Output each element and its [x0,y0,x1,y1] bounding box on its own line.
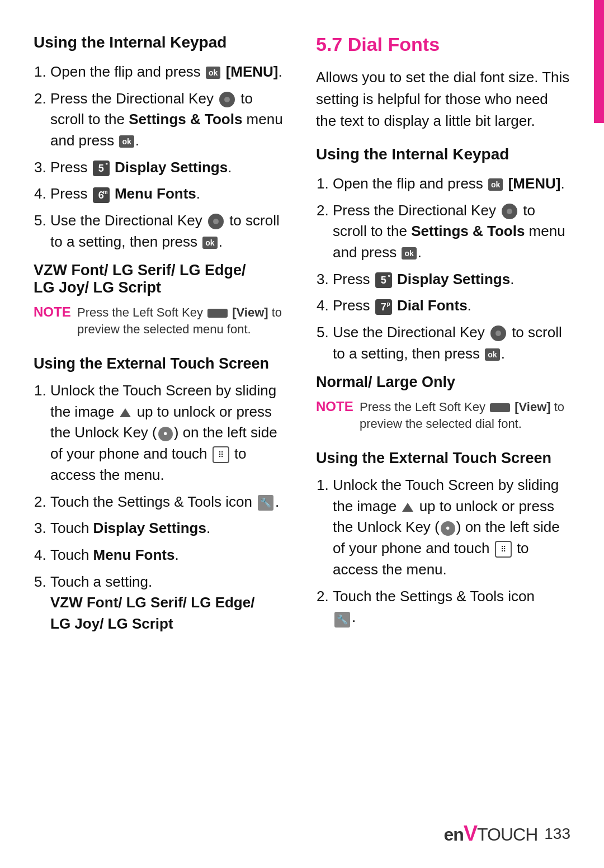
settings-tools-icon [334,612,350,628]
left-external-touch-heading: Using the External Touch Screen [34,355,288,372]
ok-key-icon: ok [119,135,134,148]
list-item: Touch Display Settings. [50,518,288,539]
key-5-icon: 5* [375,272,392,288]
note-block: NOTE Press the Left Soft Key [View] to p… [34,304,288,339]
ok-key-icon: ok [206,67,220,79]
grid-icon: ⠿ [213,446,229,463]
unlock-arrow-icon [402,503,413,512]
left-internal-keypad-steps: Open the flip and press ok [MENU]. Press… [34,62,288,253]
list-item: Touch the Settings & Tools icon . [50,492,288,513]
note-text: Press the Left Soft Key [View] to previe… [77,304,288,339]
directional-key-icon [502,204,517,219]
list-item: Touch Menu Fonts. [50,545,288,566]
directional-key-icon [208,214,224,229]
list-item: Unlock the Touch Screen by sliding the i… [333,475,570,580]
ok-key-icon: ok [402,247,416,260]
ok-key-icon: ok [485,348,499,361]
soft-key-icon [490,403,510,412]
ok-key-icon: ok [488,178,503,191]
brand-en: en [443,824,463,845]
right-external-touch-steps: Unlock the Touch Screen by sliding the i… [316,475,570,628]
brand-name: enVTOUCH [443,822,537,846]
grid-icon: ⠿ [495,541,512,558]
normal-large-subheading: Normal/ Large Only [316,374,570,391]
note-label: NOTE [34,304,73,320]
note-text: Press the Left Soft Key [View] to previe… [360,399,570,433]
list-item: Open the flip and press ok [MENU]. [50,62,288,83]
list-item: Press the Directional Key to scroll to t… [50,88,288,152]
two-column-layout: Using the Internal Keypad Open the flip … [34,34,570,644]
right-note-block: NOTE Press the Left Soft Key [View] to p… [316,399,570,433]
list-item: Use the Directional Key to scroll to a s… [333,322,570,364]
key-5-icon: 5* [93,161,110,176]
ok-key-icon: ok [202,237,217,249]
list-item: Press 5* Display Settings. [333,269,570,290]
list-item: Press 7p Dial Fonts. [333,295,570,317]
note-label: NOTE [316,399,355,414]
right-external-touch-heading: Using the External Touch Screen [316,450,570,467]
brand-v: V [464,822,477,845]
brand-touch: TOUCH [477,824,537,845]
list-item: Open the flip and press ok [MENU]. [333,173,570,195]
directional-key-icon [490,326,506,341]
left-external-touch-steps: Unlock the Touch Screen by sliding the i… [34,380,288,635]
key-6-icon: 6m [93,187,110,203]
soft-key-icon [207,309,228,318]
left-internal-keypad-heading: Using the Internal Keypad [34,34,288,51]
list-item: Use the Directional Key to scroll to a s… [50,210,288,252]
pink-bar [594,0,604,123]
left-column: Using the Internal Keypad Open the flip … [34,34,288,644]
dial-fonts-intro: Allows you to set the dial font size. Th… [316,67,570,132]
page-number: 133 [544,825,570,843]
list-item: Press 6m Menu Fonts. [50,183,288,205]
page-footer: enVTOUCH 133 [443,822,570,846]
key-7-icon: 7p [375,299,392,315]
directional-key-icon [219,92,235,107]
page-container: Using the Internal Keypad Open the flip … [0,0,604,868]
dial-fonts-section-heading: 5.7 Dial Fonts [316,34,570,55]
right-internal-keypad-steps: Open the flip and press ok [MENU]. Press… [316,173,570,365]
unlock-arrow-icon [120,408,131,417]
unlock-key-icon: ● [158,427,173,441]
menu-label: [MENU] [226,63,279,80]
right-internal-keypad-heading: Using the Internal Keypad [316,145,570,163]
list-item: Press 5* Display Settings. [50,157,288,178]
settings-tools-icon [258,495,273,511]
vzw-font-subheading: VZW Font/ LG Serif/ LG Edge/LG Joy/ LG S… [34,262,288,296]
unlock-key-icon: ● [441,521,455,536]
list-item: Press the Directional Key to scroll to t… [333,200,570,263]
list-item: Touch the Settings & Tools icon . [333,586,570,628]
list-item: Touch a setting. VZW Font/ LG Serif/ LG … [50,572,288,635]
right-column: 5.7 Dial Fonts Allows you to set the dia… [316,34,570,644]
list-item: Unlock the Touch Screen by sliding the i… [50,380,288,485]
